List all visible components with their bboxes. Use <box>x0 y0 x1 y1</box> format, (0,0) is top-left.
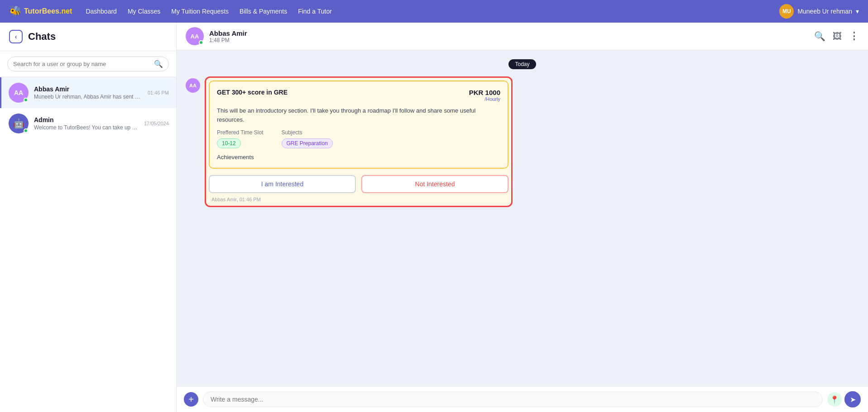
offer-achievements: Achievements <box>217 154 500 161</box>
chat-header-status: 1:48 PM <box>209 37 809 43</box>
chat-item-admin[interactable]: 🤖 Admin Welcome to TutorBees! You can ta… <box>0 108 176 139</box>
user-menu[interactable]: MU Muneeb Ur rehman ▾ <box>779 4 859 19</box>
location-icon: 📍 <box>830 395 839 404</box>
offer-price: PKR 1000 /Hourly <box>469 89 500 102</box>
offer-description: This will be an introductory section. I'… <box>217 106 500 124</box>
message-avatar: AA <box>186 78 200 93</box>
chat-area: AA Abbas Amir 1:48 PM 🔍 🖼 ⋮ Toda <box>177 23 868 412</box>
offer-actions: I am Interested Not Interested <box>206 171 511 197</box>
offer-subject-value: GRE Preparation <box>282 138 333 148</box>
chat-info-abbas: Abbas Amir Muneeb Ur rehman, Abbas Amir … <box>34 85 142 100</box>
media-button[interactable]: 🖼 <box>833 31 842 42</box>
send-actions: 📍 ➤ <box>827 391 861 407</box>
offer-price-main: PKR 1000 <box>469 89 500 96</box>
more-vert-icon: ⋮ <box>849 30 859 42</box>
search-input[interactable] <box>13 61 150 67</box>
offer-subjects-label: Subjects <box>282 129 333 136</box>
offer-time-slot-label: Preffered Time Slot <box>217 129 264 136</box>
offer-message-row: AA GET 300+ score in GRE PKR 1000 /Hourl… <box>186 76 859 207</box>
chat-preview-admin: Welcome to TutorBees! You can take up to… <box>34 124 139 131</box>
user-name: Muneeb Ur rehman <box>797 8 852 15</box>
chat-header-name: Abbas Amir <box>209 29 809 37</box>
messages-area: Today AA GET 300+ score in GRE PKR 1000 <box>177 50 868 386</box>
online-indicator-admin <box>24 128 28 133</box>
user-avatar: MU <box>779 4 794 19</box>
offer-time-slot-value: 10-12 <box>217 138 241 148</box>
header-online-dot <box>199 40 203 45</box>
offer-fields: Preffered Time Slot 10-12 Subjects GRE P… <box>217 129 500 148</box>
chat-list: AA Abbas Amir Muneeb Ur rehman, Abbas Am… <box>0 77 176 412</box>
location-button[interactable]: 📍 <box>827 392 842 407</box>
offer-price-unit: /Hourly <box>469 96 500 102</box>
nav-dashboard[interactable]: Dashboard <box>86 8 117 15</box>
search-wrap: 🔍 <box>7 57 169 71</box>
brand-logo[interactable]: 🐝 TutorBees.net <box>9 5 72 17</box>
nav-find-tutor[interactable]: Find a Tutor <box>298 8 332 15</box>
chat-header-avatar: AA <box>186 27 204 45</box>
navbar-links: Dashboard My Classes My Tuition Requests… <box>86 8 766 15</box>
admin-robot-icon: 🤖 <box>13 118 24 129</box>
main-layout: ‹ Chats 🔍 AA Abbas Amir Muneeb Ur <box>0 23 868 412</box>
message-input[interactable] <box>203 392 823 407</box>
navbar: 🐝 TutorBees.net Dashboard My Classes My … <box>0 0 868 23</box>
offer-card-top: GET 300+ score in GRE PKR 1000 /Hourly <box>217 89 500 102</box>
online-indicator <box>24 98 28 102</box>
offer-time-slot-field: Preffered Time Slot 10-12 <box>217 129 264 148</box>
chat-time-abbas: 01:46 PM <box>148 90 169 95</box>
brand-name: TutorBees.net <box>24 7 72 15</box>
send-button[interactable]: ➤ <box>844 391 861 407</box>
brand-domain: .net <box>59 7 72 15</box>
interested-button[interactable]: I am Interested <box>209 175 356 193</box>
sidebar: ‹ Chats 🔍 AA Abbas Amir Muneeb Ur <box>0 23 177 412</box>
message-input-area: + 📍 ➤ <box>177 386 868 412</box>
offer-card: GET 300+ score in GRE PKR 1000 /Hourly T… <box>209 81 508 169</box>
sidebar-title: Chats <box>28 31 56 43</box>
add-attachment-button[interactable]: + <box>184 392 198 407</box>
offer-footer: Abbas Amir, 01:46 PM <box>206 197 511 206</box>
offer-title: GET 300+ score in GRE <box>217 89 288 96</box>
offer-card-wrapper: GET 300+ score in GRE PKR 1000 /Hourly T… <box>205 76 513 207</box>
back-button[interactable]: ‹ <box>9 30 23 43</box>
offer-subjects-field: Subjects GRE Preparation <box>282 129 333 148</box>
chat-time-admin: 17/05/2024 <box>144 121 169 126</box>
search-container: 🔍 <box>0 51 176 77</box>
nav-my-classes[interactable]: My Classes <box>128 8 160 15</box>
gallery-icon: 🖼 <box>833 31 842 42</box>
date-badge: Today <box>508 59 536 69</box>
nav-tuition-requests[interactable]: My Tuition Requests <box>171 8 229 15</box>
back-icon: ‹ <box>15 33 17 40</box>
add-icon: + <box>188 394 194 405</box>
avatar-admin: 🤖 <box>9 114 29 133</box>
more-options-button[interactable]: ⋮ <box>849 30 859 42</box>
search-chat-button[interactable]: 🔍 <box>814 31 825 42</box>
chat-header-actions: 🔍 🖼 ⋮ <box>814 30 859 42</box>
bee-icon: 🐝 <box>9 5 21 17</box>
avatar-abbas: AA <box>9 83 29 103</box>
not-interested-button[interactable]: Not Interested <box>361 175 508 193</box>
chat-name-abbas: Abbas Amir <box>34 85 142 93</box>
nav-bills-payments[interactable]: Bills & Payments <box>240 8 287 15</box>
chat-name-admin: Admin <box>34 116 139 123</box>
search-chat-icon: 🔍 <box>814 31 825 42</box>
chat-preview-abbas: Muneeb Ur rehman, Abbas Amir has sent yo… <box>34 94 142 100</box>
send-icon: ➤ <box>850 395 856 404</box>
offer-card-outer: GET 300+ score in GRE PKR 1000 /Hourly T… <box>205 76 513 207</box>
chat-item-abbas[interactable]: AA Abbas Amir Muneeb Ur rehman, Abbas Am… <box>0 77 176 108</box>
chat-info-admin: Admin Welcome to TutorBees! You can take… <box>34 116 139 131</box>
sidebar-header: ‹ Chats <box>0 23 176 51</box>
chevron-down-icon: ▾ <box>856 8 859 15</box>
chat-header-info: Abbas Amir 1:48 PM <box>209 29 809 43</box>
search-icon-button[interactable]: 🔍 <box>154 60 163 68</box>
chat-header: AA Abbas Amir 1:48 PM 🔍 🖼 ⋮ <box>177 23 868 50</box>
search-icon: 🔍 <box>154 60 163 68</box>
